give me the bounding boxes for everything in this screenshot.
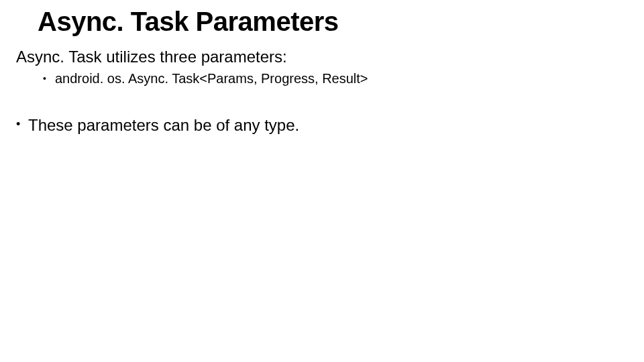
bullet-code-line: • android. os. Async. Task<Params, Progr… [43, 70, 620, 87]
intro-text: Async. Task utilizes three parameters: [16, 47, 620, 67]
slide: Async. Task Parameters Async. Task utili… [0, 0, 644, 362]
code-line-text: android. os. Async. Task<Params, Progres… [55, 70, 368, 87]
spacer [16, 87, 620, 115]
bullet-note: • These parameters can be of any type. [16, 115, 620, 135]
bullet-icon: • [16, 115, 28, 132]
note-text: These parameters can be of any type. [28, 115, 299, 135]
bullet-icon: • [43, 70, 55, 84]
slide-title: Async. Task Parameters [38, 7, 339, 37]
slide-body: Async. Task utilizes three parameters: •… [16, 47, 620, 138]
